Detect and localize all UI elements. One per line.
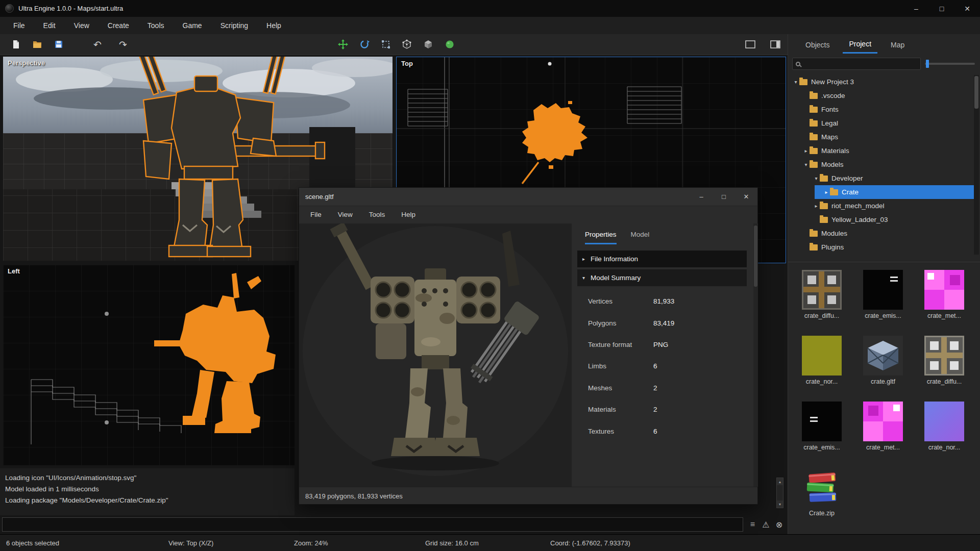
- menu-view[interactable]: View: [65, 17, 99, 34]
- clear-console-button[interactable]: ⊗: [773, 517, 786, 532]
- close-button[interactable]: ✕: [735, 188, 757, 206]
- camera-marker[interactable]: [548, 62, 552, 66]
- tree-item-new-project-3[interactable]: ▾ New Project 3: [788, 75, 974, 89]
- tree-item-plugins[interactable]: Plugins: [788, 240, 974, 254]
- project-panel: Objects Project Map ▾ New Project 3 .vsc…: [788, 34, 980, 534]
- tree-scrollbar[interactable]: [974, 75, 979, 255]
- minimize-button[interactable]: –: [903, 0, 929, 17]
- object-tool-button[interactable]: [419, 36, 438, 53]
- tree-item-modules[interactable]: Modules: [788, 227, 974, 240]
- tree-item-yellow-ladder-03[interactable]: Yellow_Ladder_03: [788, 213, 974, 227]
- section-model-summary[interactable]: ▾ Model Summary: [577, 269, 747, 286]
- model-window-statusbar: 83,419 polygons, 81,933 vertices: [299, 487, 757, 505]
- maximize-button[interactable]: □: [929, 0, 954, 17]
- warnings-button[interactable]: ⚠: [760, 517, 772, 532]
- maximize-button[interactable]: □: [713, 188, 735, 206]
- window-titlebar[interactable]: Ultra Engine 1.0.0 - Maps/start.ultra – …: [0, 0, 980, 17]
- tree-item-materials[interactable]: ▸ Materials: [788, 144, 974, 158]
- menu-help[interactable]: Help: [257, 17, 290, 34]
- tree-item-crate[interactable]: ▸ Crate: [815, 185, 974, 199]
- menu-tools[interactable]: Tools: [138, 17, 174, 34]
- left-viewport[interactable]: Left: [3, 265, 295, 465]
- scrollbar-track[interactable]: [777, 485, 783, 500]
- asset-crate-zip[interactable]: Crate.zip: [791, 465, 852, 531]
- layout-single-button[interactable]: [741, 36, 760, 53]
- undo-button[interactable]: ↶: [88, 36, 107, 53]
- handle-marker[interactable]: [105, 312, 109, 316]
- thumbnail-size-slider[interactable]: [925, 63, 975, 65]
- row-value: 2: [653, 406, 657, 413]
- asset-crate-emissive-2[interactable]: crate_emis...: [791, 399, 852, 465]
- tree-item-fonts[interactable]: Fonts: [788, 103, 974, 116]
- scroll-down-icon[interactable]: ▼: [777, 500, 783, 508]
- slider-handle[interactable]: [926, 60, 929, 68]
- search-input[interactable]: [800, 59, 920, 69]
- asset-crate-diffuse[interactable]: crate_diffu...: [791, 268, 852, 334]
- chevron-icon[interactable]: ▸: [813, 203, 820, 209]
- new-file-button[interactable]: [6, 36, 26, 53]
- chevron-icon[interactable]: ▸: [802, 148, 810, 154]
- tab-model[interactable]: Model: [631, 231, 650, 244]
- handle-marker[interactable]: [105, 420, 109, 424]
- open-button[interactable]: [28, 36, 47, 53]
- search-box[interactable]: [792, 58, 921, 70]
- asset-crate-diffuse-2[interactable]: crate_diffu...: [914, 334, 975, 399]
- scale-tool-button[interactable]: [376, 36, 396, 53]
- solid-cube-icon: [423, 39, 433, 49]
- menu-file[interactable]: File: [302, 206, 330, 223]
- chevron-icon[interactable]: ▾: [802, 162, 810, 167]
- model-preview-canvas[interactable]: [299, 223, 572, 487]
- asset-crate-metalness-2[interactable]: crate_met...: [852, 399, 914, 465]
- console-input[interactable]: [2, 517, 743, 532]
- asset-grid: crate_diffu... crate_emis... crate_met..…: [791, 268, 976, 531]
- menu-edit[interactable]: Edit: [34, 17, 65, 34]
- menu-scripting[interactable]: Scripting: [211, 17, 257, 34]
- tab-properties[interactable]: Properties: [585, 231, 617, 244]
- model-viewer-window: scene.gltf – □ ✕ File View Tools Help: [299, 187, 758, 505]
- menu-game[interactable]: Game: [174, 17, 211, 34]
- move-tool-button[interactable]: [333, 36, 353, 53]
- viewport-scrollbar[interactable]: ▲ ▼: [776, 478, 783, 508]
- tree-item-riot-mech-model[interactable]: ▸ riot_mech_model: [788, 199, 974, 213]
- asset-crate-gltf[interactable]: crate.gltf: [852, 334, 914, 399]
- menu-tools[interactable]: Tools: [361, 206, 394, 223]
- redo-button[interactable]: ↷: [113, 36, 133, 53]
- vertex-tool-button[interactable]: [397, 36, 416, 53]
- asset-crate-normal[interactable]: crate_nor...: [791, 334, 852, 399]
- tree-item-vscode[interactable]: .vscode: [788, 89, 974, 103]
- close-button[interactable]: ✕: [954, 0, 980, 17]
- chevron-icon[interactable]: ▾: [813, 176, 820, 181]
- tree-item-label: Fonts: [821, 106, 839, 113]
- tree-item-developer[interactable]: ▾ Developer: [788, 171, 974, 185]
- log-list-button[interactable]: ≡: [746, 517, 759, 532]
- summary-row-limbs: Limbs 6: [577, 355, 747, 377]
- window-title: Ultra Engine 1.0.0 - Maps/start.ultra: [18, 5, 123, 12]
- tab-objects[interactable]: Objects: [799, 36, 836, 53]
- tree-item-legal[interactable]: Legal: [788, 116, 974, 130]
- tab-project[interactable]: Project: [843, 35, 877, 54]
- scrollbar-thumb[interactable]: [974, 76, 978, 109]
- menu-help[interactable]: Help: [393, 206, 424, 223]
- minimize-button[interactable]: –: [690, 188, 713, 206]
- properties-scrollbar[interactable]: [753, 223, 758, 487]
- asset-crate-metalness[interactable]: crate_met...: [914, 268, 975, 334]
- asset-crate-normal-2[interactable]: crate_nor...: [914, 399, 975, 465]
- menu-view[interactable]: View: [330, 206, 361, 223]
- tab-map[interactable]: Map: [885, 36, 911, 53]
- tree-item-models[interactable]: ▾ Models: [788, 158, 974, 171]
- summary-row-textures: Textures 6: [577, 420, 747, 442]
- section-file-information[interactable]: ▸ File Information: [577, 251, 747, 267]
- scrollbar-thumb[interactable]: [754, 226, 757, 287]
- save-button[interactable]: [49, 36, 68, 53]
- menu-file[interactable]: File: [4, 17, 34, 34]
- chevron-icon[interactable]: ▸: [823, 189, 830, 195]
- layout-split-button[interactable]: [766, 36, 785, 53]
- scroll-up-icon[interactable]: ▲: [777, 478, 783, 485]
- asset-crate-emissive[interactable]: crate_emis...: [852, 268, 914, 334]
- paint-tool-button[interactable]: [440, 36, 459, 53]
- menu-create[interactable]: Create: [99, 17, 138, 34]
- chevron-icon[interactable]: ▾: [792, 79, 799, 85]
- rotate-tool-button[interactable]: [355, 36, 374, 53]
- tree-item-maps[interactable]: Maps: [788, 130, 974, 144]
- model-window-titlebar[interactable]: scene.gltf – □ ✕: [299, 188, 757, 206]
